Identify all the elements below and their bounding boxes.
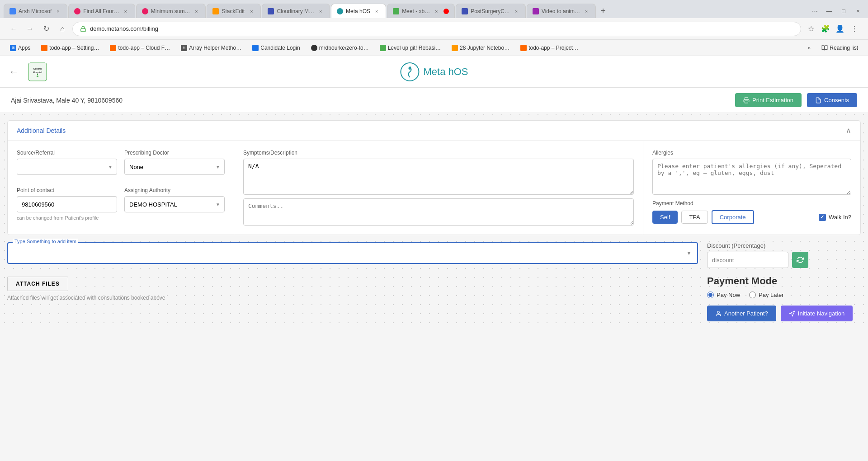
tab-postsurgery[interactable]: PostSurgeryC… × <box>456 4 526 18</box>
bookmark-todo-cloud[interactable]: todo-app – Cloud F… <box>107 44 173 52</box>
svg-text:Hospital: Hospital <box>33 71 42 73</box>
prescribing-doctor-label: Prescribing Doctor <box>124 150 225 156</box>
bookmark-array-helper[interactable]: M Array Helper Metho… <box>178 44 244 52</box>
bookmark-apps[interactable]: ⊞ Apps <box>7 44 33 52</box>
forward-nav-button[interactable]: → <box>24 23 36 35</box>
print-estimation-label: Print Estimation <box>752 97 793 103</box>
address-bar[interactable]: demo.metahos.com/billing <box>72 22 801 36</box>
pay-later-radio[interactable] <box>749 292 756 298</box>
payment-mode-options: Pay Now Pay Later <box>707 292 861 298</box>
bookmark-28jupyter[interactable]: 28 Jupyter Notebo… <box>449 44 512 52</box>
tab-stackedit-close[interactable]: × <box>248 8 255 15</box>
item-input-dropdown-icon[interactable]: ▼ <box>686 250 692 256</box>
tab-metahos-label: Meta hOS <box>346 8 370 14</box>
form-left-grid: Source/Referral Prescribing Doctor None <box>8 141 234 235</box>
tab-cloudinary-close[interactable]: × <box>317 8 324 15</box>
assigning-authority-select[interactable]: DEMO HOSPITAL <box>124 196 225 212</box>
reading-list-button[interactable]: Reading list <box>819 44 861 52</box>
tab-minimumsum-close[interactable]: × <box>193 8 200 15</box>
tab-stackedit[interactable]: StackEdit × <box>207 4 261 18</box>
new-tab-button[interactable]: + <box>597 5 609 17</box>
bookmarks-bar: ⊞ Apps todo-app – Setting… todo-app – Cl… <box>0 40 868 56</box>
discount-input[interactable] <box>707 252 788 268</box>
tab-findallfour[interactable]: Find All Four… × <box>68 4 135 18</box>
walk-in-checkbox[interactable] <box>819 214 826 221</box>
app-header: ← General Hospital Meta hOS <box>0 56 868 88</box>
tab-meet-close[interactable]: × <box>433 8 440 15</box>
bottom-section: Type Something to add item ▼ ATTACH FILE… <box>0 242 868 329</box>
item-search-input[interactable] <box>14 245 686 261</box>
source-referral-select[interactable] <box>17 159 117 175</box>
tab-arsh-close[interactable]: × <box>54 8 61 15</box>
svg-point-9 <box>717 311 720 313</box>
tab-minimumsum-label: Minimum sum… <box>151 8 190 14</box>
tab-arsh[interactable]: Arsh Microsof × <box>4 4 67 18</box>
tab-list-button[interactable]: ⋯ <box>808 5 821 17</box>
tab-meet[interactable]: Meet - xb… × <box>387 4 455 18</box>
assigning-authority-select-wrapper: DEMO HOSPITAL <box>124 196 225 212</box>
add-patient-icon <box>715 310 722 317</box>
point-of-contact-input[interactable] <box>17 196 117 212</box>
secure-icon <box>80 26 86 32</box>
brand-logo: Meta hOS <box>400 62 468 82</box>
close-window-button[interactable]: × <box>852 5 864 17</box>
reload-button[interactable]: ↻ <box>40 23 52 35</box>
hospital-logo: General Hospital <box>26 61 49 83</box>
attach-files-button[interactable]: ATTACH FILES <box>7 277 68 291</box>
bookmark-mrdbourke[interactable]: mrdbourke/zero-to… <box>308 44 372 52</box>
home-button[interactable]: ⌂ <box>56 23 69 35</box>
item-search-section: Type Something to add item ▼ ATTACH FILE… <box>7 242 698 301</box>
tab-cloudinary[interactable]: Cloudinary M… × <box>262 4 330 18</box>
bookmark-todo-project-label: todo-app – Project… <box>528 45 578 51</box>
menu-button[interactable]: ⋮ <box>848 23 861 35</box>
tab-videoapp-close[interactable]: × <box>583 8 590 15</box>
tab-arsh-label: Arsh Microsof <box>19 8 52 14</box>
tab-videoapp[interactable]: Video to anim… × <box>527 4 596 18</box>
source-referral-group: Source/Referral <box>17 150 117 180</box>
bookmark-todo-project[interactable]: todo-app – Project… <box>518 44 581 52</box>
section-collapse-button[interactable]: ∧ <box>846 126 851 135</box>
print-estimation-button[interactable]: Print Estimation <box>735 93 802 107</box>
comments-group <box>243 198 634 226</box>
payment-btn-tpa[interactable]: TPA <box>681 211 708 224</box>
tab-postsurgery-close[interactable]: × <box>513 8 520 15</box>
tab-metahos-close[interactable]: × <box>373 8 380 15</box>
another-patient-button[interactable]: Another Patient? <box>707 306 776 321</box>
nav-action-buttons: ☆ 🧩 👤 ⋮ <box>805 23 861 35</box>
bookmark-candidate-login-label: Candidate Login <box>260 45 300 51</box>
consents-icon <box>815 97 821 103</box>
payment-btn-corporate[interactable]: Corporate <box>712 210 754 224</box>
form-right-section: Allergies Payment Method Self TPA Corpor… <box>643 141 860 235</box>
tab-findallfour-close[interactable]: × <box>122 8 129 15</box>
pay-now-radio[interactable] <box>707 292 714 298</box>
bookmarks-more-button[interactable]: » <box>805 44 814 52</box>
discount-apply-button[interactable] <box>792 252 808 268</box>
app-back-button[interactable]: ← <box>9 66 19 78</box>
bookmark-star-button[interactable]: ☆ <box>805 23 817 35</box>
bookmark-todo-setting[interactable]: todo-app – Setting… <box>38 44 102 52</box>
extensions-button[interactable]: 🧩 <box>819 23 832 35</box>
profile-button[interactable]: 👤 <box>834 23 846 35</box>
bookmark-todo-setting-label: todo-app – Setting… <box>49 45 99 51</box>
pay-later-option[interactable]: Pay Later <box>749 292 784 298</box>
tab-minimumsum[interactable]: Minimum sum… × <box>136 4 206 18</box>
walk-in-section: Walk In? <box>819 214 851 221</box>
symptoms-description-textarea[interactable]: N/A <box>243 159 634 195</box>
payment-btn-self[interactable]: Self <box>652 211 678 224</box>
minimize-button[interactable]: — <box>823 5 835 17</box>
restore-button[interactable]: □ <box>837 5 850 17</box>
bookmark-array-helper-label: Array Helper Metho… <box>189 45 241 51</box>
prescribing-doctor-select[interactable]: None <box>124 159 225 175</box>
pay-now-option[interactable]: Pay Now <box>707 292 740 298</box>
comments-textarea[interactable] <box>243 198 634 226</box>
bookmark-levelup[interactable]: Level up git! Rebasi… <box>377 44 443 52</box>
bookmark-candidate-login[interactable]: Candidate Login <box>250 44 302 52</box>
tab-postsurgery-label: PostSurgeryC… <box>471 8 510 14</box>
discount-input-row <box>707 252 861 268</box>
back-nav-button[interactable]: ← <box>7 23 20 35</box>
initiate-navigation-button[interactable]: Initiate Navigation <box>781 306 853 321</box>
tab-metahos[interactable]: Meta hOS × <box>331 4 386 18</box>
tab-findallfour-label: Find All Four… <box>83 8 119 14</box>
allergies-textarea[interactable] <box>652 159 851 195</box>
consents-button[interactable]: Consents <box>807 93 857 107</box>
